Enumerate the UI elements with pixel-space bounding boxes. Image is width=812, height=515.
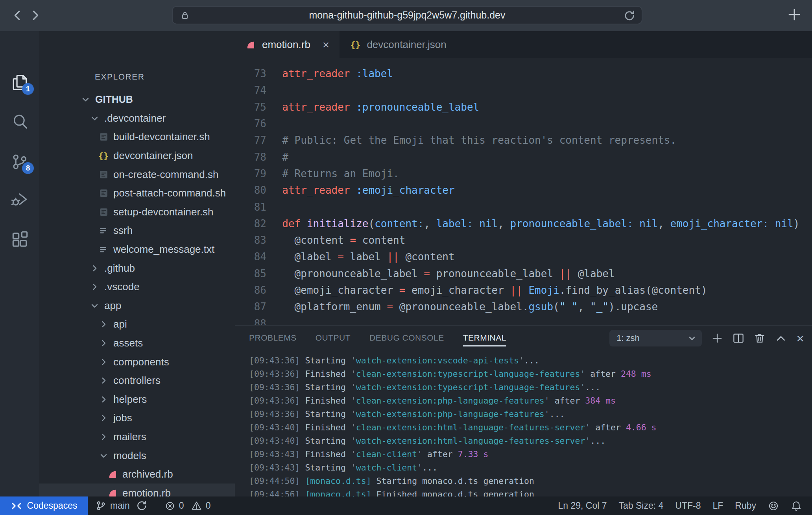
- language-mode[interactable]: Ruby: [735, 500, 756, 511]
- tree-item-emotion.rb[interactable]: emotion.rb: [39, 484, 235, 496]
- line-number: 77: [235, 134, 266, 146]
- tree-item-label: build-devcontainer.sh: [113, 131, 210, 143]
- new-terminal-icon[interactable]: [711, 332, 723, 344]
- search-icon: [11, 113, 29, 131]
- tree-item-.devcontainer[interactable]: .devcontainer: [39, 109, 235, 128]
- text-file-icon: [98, 245, 109, 254]
- code-line-79: 79 # Returns an Emoji.: [235, 165, 812, 182]
- tree-item-label: ssrh: [113, 224, 133, 237]
- code-line-76: 76: [235, 115, 812, 132]
- code-line-73: 73 attr_reader :label: [235, 65, 812, 82]
- terminal-select[interactable]: 1: zsh: [609, 330, 702, 346]
- activity-run-debug[interactable]: [0, 189, 39, 210]
- tree-item-helpers[interactable]: helpers: [39, 390, 235, 409]
- tree-item-archived.rb[interactable]: archived.rb: [39, 465, 235, 484]
- tab-label: emotion.rb: [262, 39, 310, 51]
- close-tab-icon[interactable]: ×: [323, 39, 330, 51]
- tab-size[interactable]: Tab Size: 4: [618, 500, 663, 511]
- codespaces-button[interactable]: Codespaces: [0, 496, 88, 515]
- activity-explorer[interactable]: 1: [0, 72, 39, 93]
- panel-tab-output[interactable]: OUTPUT: [316, 333, 351, 346]
- branch-status[interactable]: main: [96, 500, 147, 511]
- chevron-down-icon: [89, 301, 100, 310]
- terminal-line: [09:44:50] [monaco.d.ts] Starting monaco…: [249, 474, 812, 487]
- tree-item-post-attach-command.sh[interactable]: post-attach-command.sh: [39, 184, 235, 203]
- tree-item-.github[interactable]: .github: [39, 259, 235, 278]
- terminal-line: [09:43:36] Starting 'watch-extension:typ…: [249, 380, 812, 394]
- activity-search[interactable]: [0, 111, 39, 132]
- split-terminal-icon[interactable]: [733, 332, 744, 344]
- chevron-right-icon: [98, 320, 109, 329]
- maximize-panel-icon[interactable]: [775, 332, 787, 344]
- url-bar[interactable]: mona-github-github-g59jpq2w5w7.github.de…: [172, 6, 642, 24]
- tree-item-label: .vscode: [104, 281, 140, 293]
- activity-extensions[interactable]: [0, 229, 39, 250]
- code-line-80: 80 attr_reader :emoji_character: [235, 182, 812, 198]
- tree-item-label: emotion.rb: [122, 487, 171, 496]
- error-count: 0: [179, 500, 184, 511]
- terminal-select-label: 1: zsh: [616, 333, 688, 343]
- panel-tab-debug-console[interactable]: DEBUG CONSOLE: [369, 333, 444, 346]
- panel-tab-problems[interactable]: PROBLEMS: [249, 333, 297, 346]
- chevron-down-icon: [89, 114, 100, 123]
- eol[interactable]: LF: [712, 500, 723, 511]
- tab-emotion.rb[interactable]: emotion.rb×: [235, 31, 340, 58]
- tree-item-controllers[interactable]: controllers: [39, 371, 235, 390]
- code-editor[interactable]: 73 attr_reader :label7475 attr_reader :p…: [235, 58, 812, 332]
- panel-tab-terminal[interactable]: TERMINAL: [463, 333, 506, 346]
- tree-item-mailers[interactable]: mailers: [39, 428, 235, 446]
- chevron-right-icon: [89, 264, 100, 273]
- chevron-right-icon: [98, 413, 109, 422]
- editor-tab-bar: emotion.rb×{}devcontainer.json: [235, 31, 812, 58]
- code-line-84: 84 @label = label || @content: [235, 248, 812, 265]
- tree-item-models[interactable]: models: [39, 446, 235, 465]
- notifications-bell-icon[interactable]: [791, 500, 802, 511]
- terminal-line: [09:43:43] Finished 'clean-client' after…: [249, 447, 812, 461]
- browser-toolbar: mona-github-github-g59jpq2w5w7.github.de…: [0, 0, 812, 31]
- activity-source-control[interactable]: 8: [0, 151, 39, 172]
- shell-file-icon: [98, 207, 109, 217]
- tree-item-label: welcome_message.txt: [113, 243, 214, 256]
- tree-item-devcontainer.json[interactable]: {}devcontainer.json: [39, 146, 235, 165]
- line-number: 83: [235, 234, 266, 246]
- terminal-line: [09:43:36] Starting 'watch-extension:php…: [249, 407, 812, 421]
- tree-item-on-create-command.sh[interactable]: on-create-command.sh: [39, 165, 235, 184]
- code-line-82: 82 def initialize(content:, label: nil, …: [235, 215, 812, 232]
- problems-status[interactable]: 0 0: [165, 500, 211, 511]
- code-line-77: 77 # Public: Get the Emoji that this rea…: [235, 132, 812, 148]
- ruby-file-icon: [107, 488, 118, 496]
- tree-item-app[interactable]: app: [39, 296, 235, 315]
- close-panel-icon[interactable]: ×: [796, 332, 804, 345]
- encoding[interactable]: UTF-8: [675, 500, 701, 511]
- code-line-78: 78 #: [235, 148, 812, 165]
- tab-devcontainer.json[interactable]: {}devcontainer.json: [340, 31, 456, 58]
- terminal-line: [09:43:36] Starting 'watch-extension:vsc…: [249, 354, 812, 367]
- cursor-position[interactable]: Ln 29, Col 7: [558, 500, 607, 511]
- tree-item-setup-devcontainer.sh[interactable]: setup-devcontainer.sh: [39, 203, 235, 222]
- tree-item-assets[interactable]: assets: [39, 334, 235, 353]
- back-icon[interactable]: [12, 9, 24, 21]
- tree-item-components[interactable]: components: [39, 352, 235, 371]
- tree-item-welcome_message.txt[interactable]: welcome_message.txt: [39, 240, 235, 259]
- trash-icon[interactable]: [754, 332, 766, 344]
- new-tab-icon[interactable]: [785, 6, 803, 24]
- line-number: 73: [235, 68, 266, 80]
- forward-icon[interactable]: [29, 9, 41, 21]
- tree-item-label: setup-devcontainer.sh: [113, 206, 213, 218]
- terminal-output[interactable]: [09:43:36] Starting 'watch-extension:vsc…: [249, 354, 812, 496]
- tree-item-jobs[interactable]: jobs: [39, 409, 235, 428]
- tree-item-GITHUB[interactable]: GITHUB: [39, 90, 235, 109]
- chevron-right-icon: [98, 376, 109, 385]
- tree-item-.vscode[interactable]: .vscode: [39, 278, 235, 296]
- explorer-badge: 1: [22, 83, 34, 95]
- refresh-icon[interactable]: [624, 10, 635, 22]
- tree-item-label: controllers: [113, 374, 161, 387]
- tree-item-build-devcontainer.sh[interactable]: build-devcontainer.sh: [39, 128, 235, 146]
- line-number: 81: [235, 201, 266, 213]
- feedback-smiley-icon[interactable]: [768, 500, 779, 511]
- branch-icon: [96, 500, 106, 511]
- code-line-87: 87 @platform_enum = @pronounceable_label…: [235, 298, 812, 315]
- tree-item-api[interactable]: api: [39, 315, 235, 334]
- ruby-file-icon: [245, 40, 256, 50]
- tree-item-ssrh[interactable]: ssrh: [39, 221, 235, 240]
